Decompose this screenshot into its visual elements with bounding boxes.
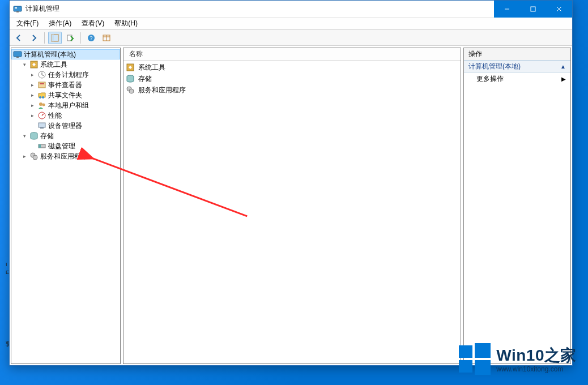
watermark-url: www.win10xitong.com (496, 365, 577, 373)
maximize-button[interactable] (520, 1, 546, 18)
actions-header: 操作 (464, 48, 570, 61)
expand-icon[interactable]: ▸ (29, 92, 36, 98)
list-item-label: 系统工具 (138, 63, 165, 72)
actions-group-label: 计算机管理(本地) (468, 62, 521, 71)
tree-label: 磁盘管理 (48, 142, 75, 151)
menu-action[interactable]: 操作(A) (44, 18, 76, 29)
svg-point-24 (42, 104, 45, 106)
computer-management-icon (13, 5, 22, 14)
svg-point-22 (42, 96, 44, 99)
svg-rect-27 (40, 127, 44, 129)
menu-view[interactable]: 查看(V) (77, 18, 109, 29)
disk-management-icon (37, 142, 46, 151)
tree-label: 性能 (48, 111, 62, 121)
svg-text:?: ? (90, 35, 92, 41)
expand-icon[interactable]: ▸ (29, 102, 36, 108)
tree-device-manager[interactable]: ▸ 设备管理器 (11, 121, 120, 131)
tree-shared-folders[interactable]: ▸ 共享文件夹 (11, 90, 120, 100)
tree-label: 本地用户和组 (48, 101, 89, 110)
menubar: 文件(F) 操作(A) 查看(V) 帮助(H) (10, 18, 572, 30)
services-icon (126, 85, 135, 95)
svg-rect-0 (14, 6, 22, 11)
svg-rect-30 (39, 144, 41, 148)
titlebar: 计算机管理 (10, 1, 572, 18)
list-item-label: 存储 (138, 74, 152, 84)
column-name[interactable]: 名称 (129, 49, 143, 59)
close-button[interactable] (546, 1, 572, 18)
tree-label: 计算机管理(本地) (24, 50, 76, 59)
expand-icon[interactable]: ▸ (29, 113, 36, 118)
menu-file[interactable]: 文件(F) (12, 18, 43, 29)
export-list-button[interactable] (63, 32, 77, 44)
tree-disk-management[interactable]: ▸ 磁盘管理 (11, 141, 120, 151)
tree-label: 共享文件夹 (48, 91, 82, 100)
nav-back-button[interactable] (12, 32, 25, 44)
storage-icon (29, 131, 39, 140)
actions-more[interactable]: 更多操作 ▶ (464, 72, 570, 85)
list-item-storage[interactable]: 存储 (126, 73, 458, 84)
tree-event-viewer[interactable]: ▸ 事件查看器 (11, 80, 120, 90)
collapse-icon[interactable]: ▲ (560, 63, 566, 70)
computer-management-window: 计算机管理 文件(F) 操作(A) 查看(V) 帮助(H) (9, 0, 573, 366)
svg-rect-1 (15, 7, 17, 8)
tree-services-apps[interactable]: ▸ 服务和应用程序 (11, 151, 120, 161)
actions-more-label: 更多操作 (476, 74, 504, 84)
svg-rect-20 (40, 83, 44, 84)
tree-label: 设备管理器 (48, 121, 82, 131)
svg-rect-19 (39, 82, 45, 88)
tree-label: 服务和应用程序 (40, 152, 88, 161)
svg-rect-4 (531, 7, 535, 11)
actions-group-title[interactable]: 计算机管理(本地) ▲ (464, 60, 570, 72)
help-button[interactable]: ? (84, 32, 98, 44)
tree-system-tools[interactable]: ▾ 系统工具 (11, 59, 120, 70)
tree-storage[interactable]: ▾ 存储 (11, 131, 120, 141)
customize-view-button[interactable] (100, 32, 113, 44)
tree-local-users[interactable]: ▸ 本地用户和组 (11, 100, 120, 110)
nav-forward-button[interactable] (27, 32, 41, 44)
tree-label: 系统工具 (40, 60, 67, 70)
column-header[interactable]: 名称 (123, 48, 461, 61)
tree-label: 事件查看器 (48, 80, 82, 90)
collapse-icon[interactable]: ▾ (21, 133, 28, 139)
window-title: 计算机管理 (25, 4, 59, 14)
tree-root-computer-management[interactable]: 计算机管理(本地) (11, 49, 120, 59)
tree-label: 任务计划程序 (48, 70, 89, 80)
svg-point-21 (39, 96, 41, 99)
svg-point-32 (33, 155, 37, 160)
services-icon (29, 152, 39, 161)
actions-pane: 操作 计算机管理(本地) ▲ 更多操作 ▶ (463, 48, 571, 364)
tree-label: 存储 (40, 131, 54, 141)
svg-point-23 (39, 102, 42, 106)
users-icon (37, 101, 46, 110)
clock-icon (37, 70, 46, 79)
svg-rect-15 (14, 52, 22, 57)
device-manager-icon (37, 121, 46, 130)
storage-icon (126, 74, 135, 83)
expand-icon[interactable]: ▸ (29, 82, 36, 88)
list-item-services[interactable]: 服务和应用程序 (126, 84, 458, 96)
collapse-icon[interactable]: ▾ (21, 62, 28, 67)
svg-rect-26 (39, 123, 45, 127)
svg-rect-8 (52, 35, 54, 41)
minimize-button[interactable] (494, 1, 520, 18)
list-item-system-tools[interactable]: 系统工具 (126, 62, 458, 73)
expand-icon[interactable]: ▸ (29, 72, 36, 78)
computer-management-icon (13, 50, 22, 59)
performance-icon (37, 111, 46, 120)
svg-rect-2 (16, 11, 19, 12)
expand-icon[interactable]: ▸ (21, 153, 28, 159)
svg-rect-16 (16, 57, 19, 58)
chevron-right-icon: ▶ (561, 76, 566, 82)
tree-performance[interactable]: ▸ 性能 (11, 110, 120, 121)
event-viewer-icon (37, 80, 46, 89)
svg-point-36 (129, 89, 134, 93)
tools-icon (126, 63, 135, 72)
tree-task-scheduler[interactable]: ▸ 任务计划程序 (11, 70, 120, 80)
shared-folder-icon (37, 91, 46, 100)
list-item-label: 服务和应用程序 (138, 85, 186, 95)
toolbar: ? (10, 30, 572, 46)
content-list-pane: 名称 系统工具 存储 (123, 48, 461, 364)
show-hide-tree-button[interactable] (48, 32, 62, 44)
toolbar-separator (80, 32, 81, 44)
menu-help[interactable]: 帮助(H) (110, 18, 142, 29)
